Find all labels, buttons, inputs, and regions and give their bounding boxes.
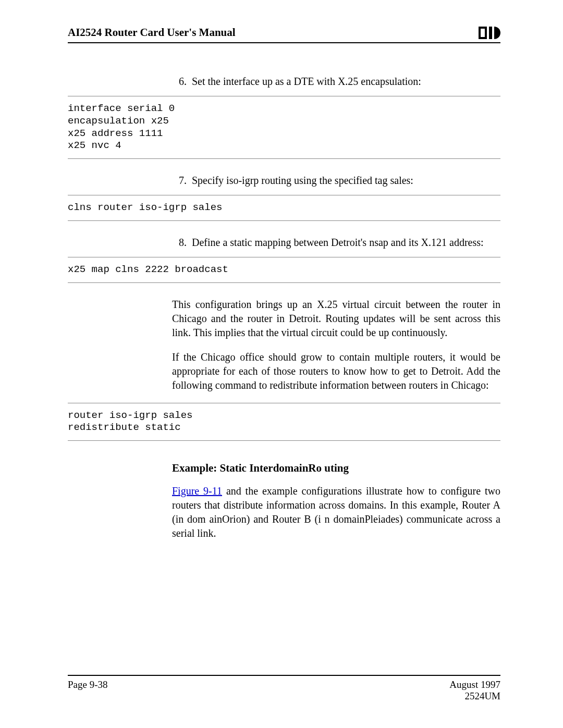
step-number: 6.: [172, 75, 187, 89]
code-block-4: router iso-igrp sales redistribute stati…: [68, 403, 500, 441]
brand-logo-icon: [479, 27, 500, 39]
paragraph: This configuration brings up an X.25 vir…: [172, 298, 500, 340]
step-text: Specify iso-igrp routing using the speci…: [192, 174, 500, 188]
section-heading: Example: Static InterdomainRo uting: [172, 462, 500, 475]
figure-link[interactable]: Figure 9-11: [172, 485, 222, 497]
step-number: 7.: [172, 174, 187, 188]
footer-page-number: Page 9-38: [68, 679, 108, 702]
step-8: 8. Define a static mapping between Detro…: [172, 236, 500, 250]
step-number: 8.: [172, 236, 187, 250]
svg-rect-1: [481, 29, 485, 37]
footer-right: August 1997 2524UM: [449, 679, 500, 702]
step-7: 7. Specify iso-igrp routing using the sp…: [172, 174, 500, 188]
svg-rect-2: [489, 27, 492, 39]
header-title: AI2524 Router Card User's Manual: [68, 26, 236, 39]
page-header: AI2524 Router Card User's Manual: [68, 26, 500, 43]
paragraph: If the Chicago office should grow to con…: [172, 350, 500, 392]
step-text: Define a static mapping between Detroit'…: [192, 236, 500, 250]
step-text: Set the interface up as a DTE with X.25 …: [192, 75, 500, 89]
content-area: 6. Set the interface up as a DTE with X.…: [68, 43, 500, 540]
code-block-2: clns router iso-igrp sales: [68, 195, 500, 221]
page: AI2524 Router Card User's Manual 6. Set …: [0, 0, 563, 728]
footer-date: August 1997: [449, 679, 500, 690]
code-block-1: interface serial 0 encapsulation x25 x25…: [68, 96, 500, 159]
paragraph-with-link: Figure 9-11 and the example configuratio…: [172, 484, 500, 540]
footer-doc-id: 2524UM: [449, 690, 500, 702]
code-block-3: x25 map clns 2222 broadcast: [68, 257, 500, 283]
step-6: 6. Set the interface up as a DTE with X.…: [172, 75, 500, 89]
page-footer: Page 9-38 August 1997 2524UM: [68, 675, 500, 702]
